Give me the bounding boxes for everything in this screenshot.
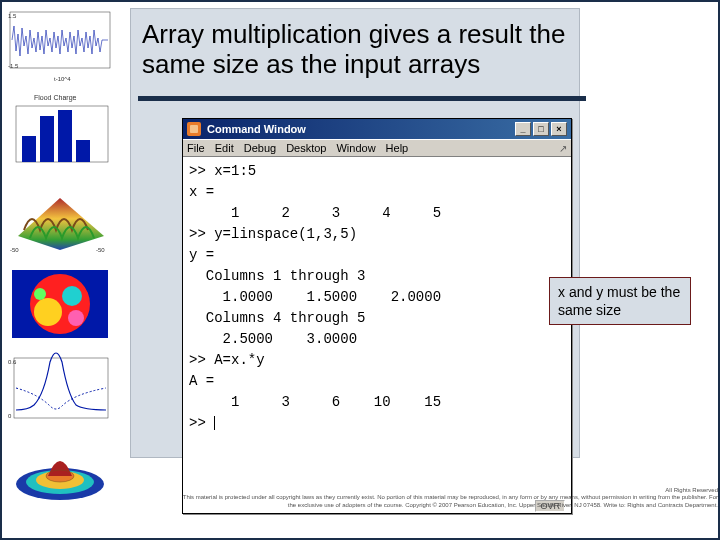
menu-help[interactable]: Help (386, 142, 409, 154)
menu-debug[interactable]: Debug (244, 142, 276, 154)
svg-point-15 (62, 286, 82, 306)
svg-rect-7 (58, 110, 72, 162)
matlab-icon (187, 122, 201, 136)
footer-line: This material is protected under all cop… (178, 494, 718, 510)
dock-icon[interactable]: ↗ (559, 143, 567, 154)
svg-text:1.5: 1.5 (8, 13, 17, 19)
copyright-footer: All Rights Reserved This material is pro… (178, 487, 718, 510)
svg-rect-8 (76, 140, 90, 162)
svg-point-16 (68, 310, 84, 326)
svg-rect-5 (22, 136, 36, 162)
svg-point-14 (34, 298, 62, 326)
footer-line: All Rights Reserved (178, 487, 718, 495)
thumb-signal-plot: 1.5 -1.5 t-10^4 (4, 6, 116, 86)
svg-text:t-10^4: t-10^4 (54, 76, 71, 82)
slide-title: Array multiplication gives a result the … (142, 20, 582, 80)
svg-rect-6 (40, 116, 54, 162)
maximize-button[interactable]: □ (533, 122, 549, 136)
cmd-line: >> x=1:5 (189, 163, 256, 179)
svg-text:0: 0 (8, 413, 12, 419)
callout-note: x and y must be the same size (549, 277, 691, 325)
thumb-surface-plot: -50 -50 (4, 178, 116, 258)
cmd-line: Columns 4 through 5 (189, 310, 365, 326)
cmd-line: >> A=x.*y (189, 352, 265, 368)
cmd-line: >> y=linspace(1,3,5) (189, 226, 357, 242)
text-cursor (214, 416, 215, 430)
command-window-body[interactable]: >> x=1:5 x = 1 2 3 4 5 >> y=linspace(1,3… (183, 157, 571, 513)
cmd-line: 2.5000 3.0000 (189, 331, 357, 347)
window-titlebar[interactable]: Command Window _ □ × (183, 119, 571, 139)
left-thumbnail-column: 1.5 -1.5 t-10^4 Flood Charge (2, 2, 122, 540)
svg-marker-9 (18, 198, 104, 250)
cmd-line: >> (189, 415, 214, 431)
slide-frame: 1.5 -1.5 t-10^4 Flood Charge (0, 0, 720, 540)
cmd-line: y = (189, 247, 214, 263)
title-underline (138, 96, 586, 101)
svg-text:-50: -50 (10, 247, 19, 253)
menu-desktop[interactable]: Desktop (286, 142, 326, 154)
cmd-line: 1.0000 1.5000 2.0000 (189, 289, 441, 305)
minimize-button[interactable]: _ (515, 122, 531, 136)
cmd-line: 1 3 6 10 15 (189, 394, 441, 410)
svg-point-17 (34, 288, 46, 300)
cmd-line: Columns 1 through 3 (189, 268, 365, 284)
thumb-line-plot: 0.6 0 (4, 350, 116, 430)
thumb-bar-chart: Flood Charge (4, 92, 116, 172)
menu-window[interactable]: Window (336, 142, 375, 154)
window-menubar: File Edit Debug Desktop Window Help ↗ (183, 139, 571, 157)
menu-edit[interactable]: Edit (215, 142, 234, 154)
thumb-bar-title: Flood Charge (34, 94, 76, 101)
thumb-fractal-image (4, 264, 116, 344)
svg-text:-50: -50 (96, 247, 105, 253)
close-button[interactable]: × (551, 122, 567, 136)
svg-text:-1.5: -1.5 (8, 63, 19, 69)
window-title: Command Window (207, 123, 306, 135)
svg-text:0.6: 0.6 (8, 359, 17, 365)
thumb-sombrero-plot (4, 436, 116, 508)
menu-file[interactable]: File (187, 142, 205, 154)
matlab-command-window: Command Window _ □ × File Edit Debug Des… (182, 118, 572, 514)
cmd-line: 1 2 3 4 5 (189, 205, 441, 221)
cmd-line: A = (189, 373, 214, 389)
cmd-line: x = (189, 184, 214, 200)
